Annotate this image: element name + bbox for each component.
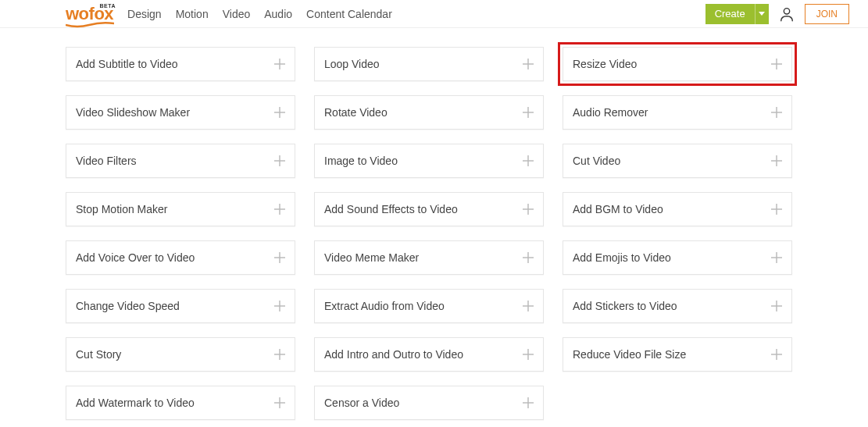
plus-icon [274, 301, 285, 311]
tool-card[interactable]: Image to Video [314, 144, 544, 178]
plus-icon [274, 349, 285, 360]
tool-card[interactable]: Audio Remover [563, 95, 792, 130]
header-right: Create JOIN [705, 4, 849, 24]
tool-card[interactable]: Add Emojis to Video [563, 240, 792, 275]
logo-beta: BETA [100, 3, 116, 9]
plus-icon [523, 349, 534, 360]
plus-icon [274, 107, 285, 118]
plus-icon [771, 349, 782, 360]
tool-label: Change Video Speed [76, 300, 180, 312]
logo[interactable]: wofox BETA [66, 5, 113, 23]
tool-label: Video Slideshow Maker [76, 106, 190, 119]
tool-card[interactable]: Change Video Speed [66, 289, 295, 323]
plus-icon [274, 59, 285, 69]
tool-card[interactable]: Add Watermark to Video [66, 386, 295, 420]
create-dropdown-toggle[interactable] [755, 4, 769, 24]
create-button[interactable]: Create [705, 4, 769, 24]
tool-card[interactable]: Video Filters [66, 144, 295, 178]
tool-card[interactable]: Add Sound Effects to Video [314, 192, 544, 226]
tool-card[interactable]: Video Slideshow Maker [66, 95, 295, 130]
join-button[interactable]: JOIN [805, 4, 849, 24]
tool-card[interactable]: Video Meme Maker [314, 240, 544, 275]
plus-icon [274, 204, 285, 215]
plus-icon [523, 107, 534, 118]
user-icon[interactable] [778, 5, 795, 23]
tool-label: Resize Video [573, 58, 637, 70]
chevron-down-icon [759, 12, 765, 16]
tool-label: Audio Remover [573, 106, 648, 119]
nav-item-design[interactable]: Design [127, 8, 162, 20]
header: wofox BETA Design Motion Video Audio Con… [0, 0, 868, 28]
tool-card[interactable]: Rotate Video [314, 95, 544, 130]
tool-label: Censor a Video [324, 397, 399, 409]
tool-label: Add Voice Over to Video [76, 251, 195, 264]
tool-card[interactable]: Add Subtitle to Video [66, 47, 295, 81]
plus-icon [771, 204, 782, 215]
tool-label: Cut Story [76, 348, 121, 361]
tool-label: Add Subtitle to Video [76, 58, 178, 70]
tool-label: Rotate Video [324, 106, 388, 119]
tool-card[interactable]: Reduce Video File Size [563, 337, 792, 372]
plus-icon [771, 155, 782, 166]
plus-icon [523, 59, 534, 69]
tool-label: Loop Video [324, 58, 380, 70]
create-button-label: Create [705, 4, 755, 24]
plus-icon [523, 301, 534, 311]
plus-icon [523, 397, 534, 408]
tool-card[interactable]: Add Intro and Outro to Video [314, 337, 544, 372]
plus-icon [771, 107, 782, 118]
nav-item-video[interactable]: Video [223, 8, 251, 20]
tool-card[interactable]: Add Voice Over to Video [66, 240, 295, 275]
tool-card[interactable]: Censor a Video [314, 386, 544, 420]
tool-label: Image to Video [324, 155, 398, 167]
tool-label: Video Filters [76, 155, 137, 167]
tool-card[interactable]: Extract Audio from Video [314, 289, 544, 323]
nav-item-content-calendar[interactable]: Content Calendar [306, 8, 392, 20]
nav-item-motion[interactable]: Motion [176, 8, 209, 20]
plus-icon [771, 301, 782, 311]
tool-card[interactable]: Add BGM to Video [563, 192, 792, 226]
nav-item-audio[interactable]: Audio [264, 8, 292, 20]
plus-icon [523, 204, 534, 215]
tool-label: Add Watermark to Video [76, 397, 195, 409]
tool-label: Video Meme Maker [324, 251, 419, 264]
main-nav: Design Motion Video Audio Content Calend… [127, 8, 392, 20]
logo-swoosh-icon [66, 22, 114, 28]
plus-icon [771, 252, 782, 263]
plus-icon [523, 252, 534, 263]
tool-label: Add Stickers to Video [573, 300, 677, 312]
tool-card[interactable]: Cut Video [563, 144, 792, 178]
tool-label: Add Sound Effects to Video [324, 203, 458, 215]
tool-label: Add BGM to Video [573, 203, 663, 215]
svg-point-0 [784, 8, 789, 13]
tool-card[interactable]: Loop Video [314, 47, 544, 81]
tool-label: Stop Motion Maker [76, 203, 168, 215]
tool-label: Extract Audio from Video [324, 300, 445, 312]
plus-icon [523, 155, 534, 166]
plus-icon [274, 252, 285, 263]
tool-grid: Add Subtitle to VideoLoop VideoResize Vi… [66, 47, 802, 420]
tool-card[interactable]: Cut Story [66, 337, 295, 372]
plus-icon [274, 397, 285, 408]
tool-card[interactable]: Stop Motion Maker [66, 192, 295, 226]
tool-label: Add Emojis to Video [573, 251, 671, 264]
tool-label: Reduce Video File Size [573, 348, 686, 361]
tool-label: Add Intro and Outro to Video [324, 348, 463, 361]
plus-icon [771, 59, 782, 69]
content: Add Subtitle to VideoLoop VideoResize Vi… [0, 28, 868, 427]
tool-label: Cut Video [573, 155, 620, 167]
plus-icon [274, 155, 285, 166]
tool-card[interactable]: Add Stickers to Video [563, 289, 792, 323]
tool-card[interactable]: Resize Video [563, 47, 792, 81]
